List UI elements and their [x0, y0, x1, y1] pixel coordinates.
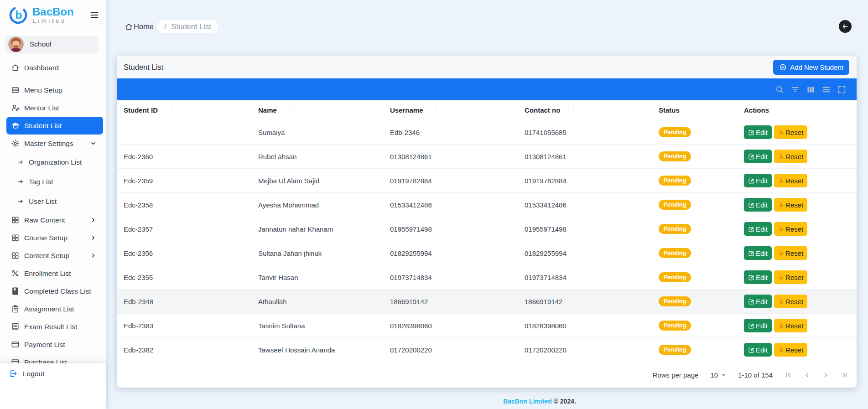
cell-name: Sultana Jahan jhinuk [258, 249, 390, 257]
sidebar-item-dashboard[interactable]: Dashboard [0, 59, 106, 77]
sidebar-item-menu-setup[interactable]: Menu Setup [0, 81, 106, 99]
add-new-student-button[interactable]: Add New Student [773, 60, 849, 75]
sidebar-item-purchase-list[interactable]: Purchase List [0, 353, 106, 363]
breadcrumb-home[interactable]: Home [125, 22, 154, 31]
reset-button[interactable]: Reset [774, 125, 807, 139]
cell-student-id: Edc-2358 [124, 201, 258, 209]
sidebar-item-completed-class-list[interactable]: Completed Class List [0, 282, 106, 300]
sidebar-item-raw-content[interactable]: Raw Content [0, 211, 106, 229]
lock-icon [778, 177, 785, 184]
grid-icon [11, 216, 20, 224]
edit-button[interactable]: Edit [744, 174, 772, 187]
column-menu-icon[interactable] [433, 107, 440, 114]
reset-button[interactable]: Reset [774, 174, 807, 187]
logout-icon [9, 369, 18, 378]
edit-button[interactable]: Edit [744, 246, 772, 260]
density-icon[interactable] [821, 85, 831, 94]
chevron-down-icon [90, 140, 97, 147]
sidebar-item-label: Master Settings [24, 140, 73, 148]
edit-icon [748, 226, 755, 233]
cell-status: Pending [659, 272, 744, 282]
cell-contact: 01955971498 [525, 225, 659, 233]
sidebar-item-assignment-list[interactable]: Assignment List [0, 300, 106, 318]
cell-contact: 1866919142 [525, 298, 659, 305]
sidebar-item-label: Menu Setup [24, 86, 62, 94]
rows-per-page-select[interactable]: 10 [710, 371, 726, 379]
cell-student-id: Edb-2382 [124, 346, 258, 354]
sidebar-item-mentor-list[interactable]: Mentor List [0, 99, 106, 117]
sidebar-item-master-settings[interactable]: Master Settings [0, 135, 106, 152]
cell-student-id: Edc-2360 [124, 153, 258, 160]
footer: BacBon Limited © 2024. [503, 398, 576, 405]
last-page-icon[interactable] [841, 371, 848, 379]
edit-button[interactable]: Edit [744, 125, 772, 139]
edit-button[interactable]: Edit [744, 343, 772, 357]
reset-button[interactable]: Reset [774, 246, 807, 260]
sidebar-item-enrollment-list[interactable]: Enrollment List [0, 264, 106, 282]
logout-button[interactable]: Logout [9, 369, 106, 378]
cell-student-id: Edc-2359 [124, 177, 258, 185]
column-menu-icon[interactable] [168, 107, 175, 114]
reset-button[interactable]: Reset [774, 319, 807, 332]
cell-name: Rubel ahsan [258, 153, 390, 160]
reset-button[interactable]: Reset [774, 343, 807, 357]
edit-icon [748, 274, 755, 281]
page-title: Student List [124, 63, 163, 72]
edit-button[interactable]: Edit [744, 150, 772, 163]
profile-school[interactable]: School [5, 36, 98, 53]
cell-username: 1866919142 [390, 298, 525, 305]
back-button[interactable] [839, 20, 852, 33]
edit-button[interactable]: Edit [744, 295, 772, 308]
arrow-icon [17, 198, 24, 205]
sidebar: b BacBon Limited School DashboardMenu Se… [0, 0, 106, 409]
edit-icon [748, 129, 755, 136]
first-page-icon[interactable] [785, 371, 792, 379]
breadcrumb-home-label: Home [134, 22, 154, 31]
sidebar-item-exam-result-list[interactable]: Exam Result List [0, 318, 106, 336]
cell-name: Sumaiya [258, 129, 390, 136]
edit-button[interactable]: Edit [744, 222, 772, 236]
reset-button[interactable]: Reset [774, 222, 807, 236]
fullscreen-icon[interactable] [837, 85, 847, 94]
cell-username: 01919782884 [390, 177, 525, 185]
sidebar-item-course-setup[interactable]: Course Setup [0, 229, 106, 247]
columns-icon[interactable] [806, 85, 816, 94]
edit-button[interactable]: Edit [744, 270, 772, 284]
column-header-label: Name [258, 106, 277, 114]
table-row: Edc-2355Tanvir Hasan01973714834019737148… [117, 265, 857, 290]
column-menu-icon[interactable] [287, 107, 294, 114]
lock-icon [778, 250, 785, 256]
cell-status: Pending [659, 296, 744, 306]
sidebar-item-user-list[interactable]: User List [0, 192, 106, 211]
column-menu-icon[interactable] [570, 107, 577, 114]
lock-icon [778, 347, 785, 353]
sidebar-item-organization-list[interactable]: Organization List [0, 152, 106, 172]
cell-contact: 01308124861 [525, 153, 659, 160]
table-header: Student IDNameUsernameContact noStatusAc… [117, 100, 857, 120]
reset-button[interactable]: Reset [774, 270, 807, 284]
sidebar-item-tag-list[interactable]: Tag List [0, 172, 106, 192]
previous-page-icon[interactable] [803, 371, 811, 379]
table-row: Edc-2357Jannatun nahar Khanam01955971498… [117, 217, 857, 241]
sidebar-menu: DashboardMenu SetupMentor ListStudent Li… [0, 53, 106, 363]
sidebar-item-payment-list[interactable]: Payment List [0, 336, 106, 353]
edit-button[interactable]: Edit [744, 198, 772, 212]
cell-contact: 01533412486 [525, 201, 659, 209]
filter-icon[interactable] [790, 85, 800, 94]
cell-actions: EditReset [744, 150, 857, 163]
reset-button[interactable]: Reset [774, 295, 807, 308]
grid-icon [11, 233, 20, 242]
search-icon[interactable] [775, 85, 785, 94]
hamburger-menu-icon[interactable] [89, 10, 99, 20]
column-header-label: Contact no [525, 106, 560, 114]
next-page-icon[interactable] [822, 371, 830, 379]
reset-button[interactable]: Reset [774, 150, 807, 163]
cell-contact: 01919782884 [525, 177, 659, 185]
edit-button[interactable]: Edit [744, 319, 772, 332]
sidebar-item-content-setup[interactable]: Content Setup [0, 247, 106, 264]
reset-button[interactable]: Reset [774, 198, 807, 212]
column-header-label: Status [659, 106, 680, 114]
brand-name-top: BacBon [32, 6, 74, 17]
sidebar-item-student-list[interactable]: Student List [6, 117, 103, 135]
column-menu-icon[interactable] [690, 107, 696, 114]
